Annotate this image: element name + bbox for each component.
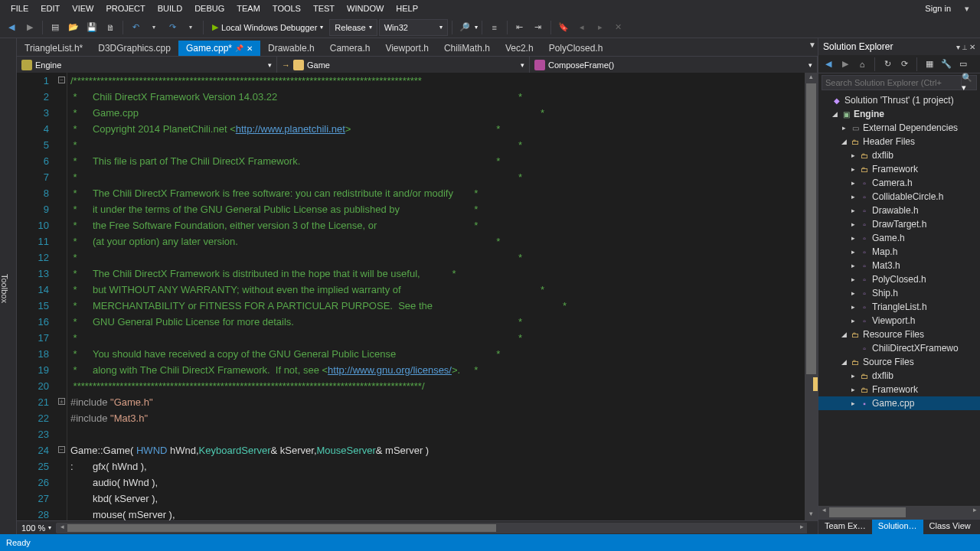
expand-icon[interactable]: ▸ <box>849 276 857 283</box>
expand-icon[interactable]: ▸ <box>849 386 857 393</box>
panel-close-icon[interactable]: ✕ <box>969 43 975 51</box>
showall-icon[interactable]: ▦ <box>923 57 936 71</box>
scroll-right-icon[interactable]: ▸ <box>969 506 980 519</box>
tree-item[interactable]: ▸▫Game.h <box>818 231 980 245</box>
expand-icon[interactable]: ▸ <box>849 207 857 214</box>
expand-icon[interactable]: ◢ <box>831 110 838 118</box>
tree-item[interactable]: ◢🗀Header Files <box>818 135 980 148</box>
sync-icon[interactable]: ↻ <box>880 57 894 71</box>
bookmark-prev-icon[interactable]: ◂ <box>573 19 590 36</box>
panel-tab[interactable]: Class View <box>923 520 977 534</box>
zoom-combo[interactable]: 100 %▾ <box>17 523 57 533</box>
expand-icon[interactable]: ▸ <box>849 317 857 324</box>
properties-icon[interactable]: 🔧 <box>939 57 953 71</box>
toolbox-strip[interactable]: Toolbox <box>0 38 17 534</box>
expand-icon[interactable]: ◢ <box>840 358 848 366</box>
tree-item[interactable]: ◢▣Engine <box>818 107 980 121</box>
undo-drop-icon[interactable]: ▾ <box>145 19 162 36</box>
tab-overflow-icon[interactable]: ▼ <box>808 41 816 49</box>
menu-edit[interactable]: EDIT <box>34 2 66 15</box>
menu-debug[interactable]: DEBUG <box>188 2 230 15</box>
scrollbar-thumb[interactable] <box>829 507 906 517</box>
expand-icon[interactable]: ▸ <box>849 303 857 311</box>
tree-item[interactable]: ◆Solution 'Thrust' (1 project) <box>818 93 980 107</box>
expand-icon[interactable]: ▸ <box>840 124 848 132</box>
tree-item[interactable]: ◢🗀Source Files <box>818 355 980 369</box>
tab-vec2-h[interactable]: Vec2.h <box>498 41 541 56</box>
nav-fwd-icon[interactable]: ▶ <box>21 19 38 36</box>
tab-viewport-h[interactable]: Viewport.h <box>377 41 436 56</box>
search-icon[interactable]: 🔍▾ <box>962 75 977 90</box>
tree-item[interactable]: ▸▫Camera.h <box>818 176 980 190</box>
preview-icon[interactable]: ▭ <box>956 57 970 71</box>
new-project-icon[interactable]: ▤ <box>47 19 64 36</box>
expand-icon[interactable]: ◢ <box>840 331 848 338</box>
panel-tab[interactable]: Team Ex… <box>818 520 872 534</box>
tree-item[interactable]: ▸🗀Framework <box>818 383 980 396</box>
save-icon[interactable]: 💾 <box>83 19 100 36</box>
refresh-icon[interactable]: ⟳ <box>897 57 911 71</box>
tree-item[interactable]: ▸▫Map.h <box>818 245 980 259</box>
tab-polyclosed-h[interactable]: PolyClosed.h <box>541 41 611 56</box>
solution-tree[interactable]: ◆Solution 'Thrust' (1 project)◢▣Engine▸▭… <box>818 92 980 506</box>
bookmark-icon[interactable]: 🔖 <box>555 19 572 36</box>
save-all-icon[interactable]: 🗎 <box>102 19 119 36</box>
bookmark-clear-icon[interactable]: ✕ <box>610 19 627 36</box>
tree-item[interactable]: ▸🗀Framework <box>818 162 980 176</box>
menu-tools[interactable]: TOOLS <box>266 2 307 15</box>
nav-back-icon[interactable]: ◀ <box>822 57 835 71</box>
menu-team[interactable]: TEAM <box>230 2 266 15</box>
tree-item[interactable]: ▸▫TriangleList.h <box>818 300 980 314</box>
menu-project[interactable]: PROJECT <box>100 2 151 15</box>
fold-toggle[interactable]: − <box>58 77 65 83</box>
scroll-left-icon[interactable]: ◂ <box>818 506 829 519</box>
start-debug-button[interactable]: ▶ Local Windows Debugger ▾ <box>207 19 328 36</box>
expand-icon[interactable]: ▸ <box>849 152 857 159</box>
expand-icon[interactable]: ▸ <box>849 193 857 201</box>
find-icon[interactable]: 🔎 <box>456 19 473 36</box>
tab-camera-h[interactable]: Camera.h <box>322 41 378 56</box>
scroll-down-icon[interactable]: ▾ <box>805 510 818 520</box>
tab-game-cpp-[interactable]: Game.cpp*📌✕ <box>178 41 260 56</box>
nav-scope-combo[interactable]: Engine▾ <box>17 57 277 73</box>
expand-icon[interactable]: ▸ <box>849 289 857 297</box>
tree-item[interactable]: ▸▫DrawTarget.h <box>818 217 980 231</box>
expand-icon[interactable]: ▸ <box>849 399 857 407</box>
expand-icon[interactable]: ▸ <box>849 220 857 228</box>
tree-item[interactable]: ▸▫CollidableCircle.h <box>818 190 980 204</box>
menu-help[interactable]: HELP <box>390 2 424 15</box>
expand-icon[interactable]: ▸ <box>849 372 857 380</box>
scrollbar-thumb[interactable] <box>67 524 496 532</box>
tree-item[interactable]: ▸🗀dxflib <box>818 148 980 162</box>
nav-back-icon[interactable]: ◀ <box>3 19 20 36</box>
horizontal-scrollbar[interactable]: ◂ ▸ <box>57 523 807 533</box>
scrollbar-thumb[interactable] <box>806 83 816 374</box>
platform-combo[interactable]: Win32▾ <box>379 19 448 36</box>
comment-icon[interactable]: ≡ <box>486 19 503 36</box>
tree-item[interactable]: ▸▫Mat3.h <box>818 259 980 272</box>
menu-file[interactable]: FILE <box>5 2 34 15</box>
signin-dropdown-icon[interactable]: ▾ <box>959 0 975 17</box>
undo-icon[interactable]: ↶ <box>127 19 144 36</box>
expand-icon[interactable]: ▸ <box>849 234 857 242</box>
tree-item[interactable]: ▸▫Ship.h <box>818 286 980 300</box>
tree-item[interactable]: ▸🗀dxflib <box>818 369 980 383</box>
expand-icon[interactable]: ▸ <box>849 165 857 173</box>
menu-view[interactable]: VIEW <box>66 2 100 15</box>
tree-item[interactable]: ▸▫Viewport.h <box>818 314 980 328</box>
redo-drop-icon[interactable]: ▾ <box>182 19 199 36</box>
panel-hscroll[interactable]: ◂ ▸ <box>818 506 980 519</box>
code-editor[interactable]: 1234567891011121314151617181920212223242… <box>17 73 818 520</box>
expand-icon[interactable]: ▸ <box>849 248 857 256</box>
nav-member-combo[interactable]: ComposeFrame()▾ <box>530 57 818 73</box>
tree-item[interactable]: ▸▫Drawable.h <box>818 204 980 217</box>
nav-fwd-icon[interactable]: ▶ <box>838 57 852 71</box>
scroll-up-icon[interactable]: ▴ <box>805 73 818 83</box>
menu-window[interactable]: WINDOW <box>341 2 390 15</box>
expand-icon[interactable]: ◢ <box>840 138 848 145</box>
scroll-left-icon[interactable]: ◂ <box>57 523 67 530</box>
open-file-icon[interactable]: 📂 <box>65 19 82 36</box>
panel-tab[interactable]: Solution… <box>872 520 923 534</box>
panel-pin-icon[interactable]: ⟂ <box>962 43 967 51</box>
close-icon[interactable]: ✕ <box>247 44 253 53</box>
